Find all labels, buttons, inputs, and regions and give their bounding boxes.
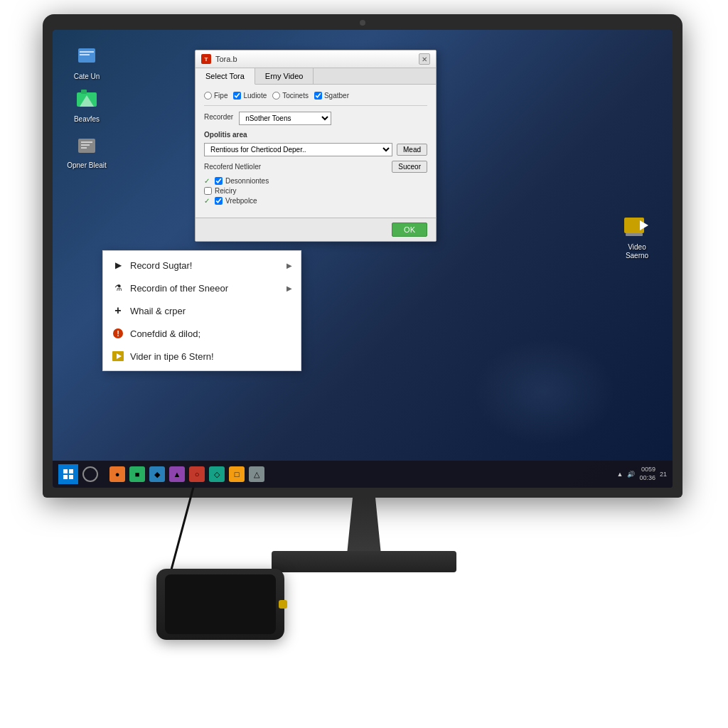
check-reiciry-row: Reiciry [204,187,427,195]
svg-text:!: ! [117,329,119,338]
options-area-label: Opolitis area [204,131,427,139]
ctx-arrow-0: ▶ [287,262,292,269]
svg-rect-20 [69,475,73,479]
ctx-recordin-sneeor[interactable]: ⚗ Recordin of ther Sneeor ▶ [103,277,301,299]
dropdown-select[interactable]: Rentious for Cherticod Deper.. [204,143,392,156]
desktop-icon-cate-un[interactable]: Cate Un [65,44,108,81]
monitor-neck [336,498,392,555]
recorder-row: Recorder nSother Toens [204,112,427,125]
opner-label: Opner Bleait [67,161,107,170]
check-ludiote-input[interactable] [233,92,241,100]
taskbar-right: ▲ 🔊 0059 00:36 21 [617,466,667,482]
svg-rect-17 [63,469,68,473]
search-icon[interactable] [82,466,98,482]
dialog-titlebar: T Tora.b ✕ [196,50,436,68]
recorder-select[interactable]: nSother Toens [239,112,331,125]
check-vrebpolce[interactable] [215,197,223,205]
check-reiciry[interactable] [204,187,212,195]
taskbar-icon-4[interactable]: ▲ [169,466,185,482]
context-menu: ▶ Record Sugtar! ▶ ⚗ Recordin of ther Sn… [102,250,301,371]
webcam-dot [360,20,365,26]
check-sgatber-input[interactable] [314,92,322,100]
btn-suceor[interactable]: Suceor [392,161,427,173]
ctx-flask-icon: ⚗ [112,282,124,294]
taskbar-icon-5[interactable]: ○ [189,466,205,482]
svg-rect-7 [81,141,92,143]
svg-rect-5 [81,90,87,94]
ctx-vider-stern[interactable]: Vider in tipe 6 Stern! [103,345,301,368]
check-desonniontes-row: Desonniontes [204,177,427,185]
cate-un-icon [74,44,100,70]
svg-rect-9 [81,147,87,149]
radio-tocinets[interactable]: Tocinets [272,92,309,100]
check-vrebpolce-row: Vrebpolce [204,197,427,205]
btn-ok[interactable]: OK [392,223,427,237]
beavfes-icon [74,87,100,112]
dropdown-row-2: Recoferd Netlioler Suceor [204,161,427,173]
desktop-icon-beavfes[interactable]: Beavfes [65,87,108,124]
monitor-base [272,551,456,572]
svg-rect-8 [81,144,90,146]
phone [156,569,284,640]
clock-date: 00:36 [639,474,655,483]
cate-un-label: Cate Un [74,73,100,81]
taskbar-volume-icon: 🔊 [627,471,635,478]
ctx-record-sugtar[interactable]: ▶ Record Sugtar! ▶ [103,254,301,277]
clock-time: 0059 [639,466,655,474]
ctx-arrow-1: ▶ [287,284,292,292]
svg-rect-19 [63,475,68,479]
dialog-app-icon: T [201,54,211,64]
dialog-title-text: Tora.b [215,55,237,63]
ctx-image-icon [112,350,124,363]
taskbar-icon-7[interactable]: □ [229,466,245,482]
tab-select-tora[interactable]: Select Tora [196,68,255,85]
radio-fipe[interactable]: Fipe [204,92,228,100]
tab-erny-video[interactable]: Erny Video [255,68,314,84]
video-saerno-icon [624,215,650,240]
desktop: Cate Un Beavfes [53,30,673,488]
check-ludiote-label: Ludiote [243,92,267,100]
desktop-icon-video-saerno[interactable]: Video Saerno [616,215,658,260]
svg-rect-18 [69,469,73,473]
monitor: Cate Un Beavfes [43,14,682,498]
dialog-close-button[interactable]: ✕ [419,53,430,65]
phone-screen [165,574,276,634]
ctx-vider-stern-label: Vider in tipe 6 Stern! [130,351,214,362]
recoferd-label: Recoferd Netlioler [204,163,387,171]
radio-fipe-label: Fipe [214,92,228,100]
opner-icon [74,133,100,159]
beavfes-label: Beavfes [74,115,100,124]
ctx-plus-icon: + [112,304,124,317]
dialog-tora: T Tora.b ✕ Select Tora Erny Video Fipe [195,50,437,242]
dialog-footer: OK [196,218,436,241]
dialog-tabs: Select Tora Erny Video [196,68,436,85]
taskbar-icon-8[interactable]: △ [249,466,264,482]
ctx-play-icon: ▶ [112,259,124,272]
recorder-label: Recorder [204,113,233,121]
video-saerno-label: Video Saerno [616,243,658,260]
ctx-warning-icon: ! [112,327,124,340]
radio-fipe-input[interactable] [204,92,212,100]
ctx-whail-crper[interactable]: + Whail & crper [103,299,301,322]
check-desonniontes[interactable] [215,177,223,185]
check-desonniontes-label: Desonniontes [225,177,269,185]
taskbar-icon-2[interactable]: ■ [129,466,145,482]
ctx-conefdid-dilod[interactable]: ! Conefdid & dilod; [103,322,301,345]
taskbar: ● ■ ◆ ▲ ○ ◇ □ △ ▲ 🔊 0059 00:36 21 [53,461,673,488]
ctx-conefdid-dilod-label: Conefdid & dilod; [130,328,200,339]
start-button[interactable] [58,464,78,484]
desktop-icon-opner[interactable]: Opner Bleait [65,133,108,170]
ctx-whail-crper-label: Whail & crper [130,306,186,316]
check-sgatber-label: Sgatber [324,92,349,100]
radio-tocinets-input[interactable] [272,92,280,100]
dialog-title-left: T Tora.b [201,54,237,64]
check-sgatber[interactable]: Sgatber [314,92,349,100]
check-ludiote[interactable]: Ludiote [233,92,267,100]
taskbar-icon-6[interactable]: ◇ [209,466,225,482]
btn-mead[interactable]: Mead [397,144,427,156]
taskbar-icon-1[interactable]: ● [109,466,125,482]
taskbar-icon-3[interactable]: ◆ [149,466,165,482]
checkbox-list: Desonniontes Reiciry Vrebpolce [204,177,427,205]
taskbar-extra: 21 [660,471,667,478]
svg-rect-12 [626,233,643,236]
